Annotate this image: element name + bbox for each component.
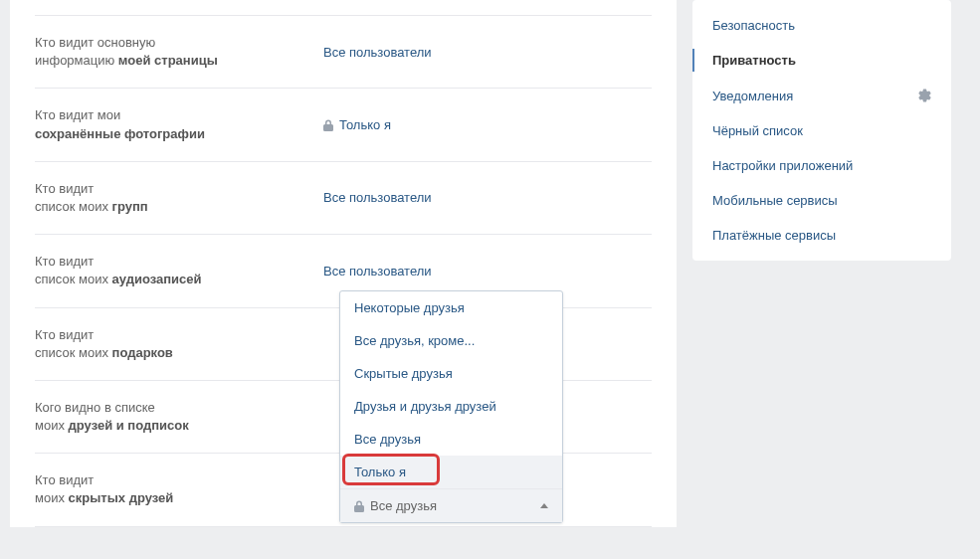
lock-icon xyxy=(354,500,364,512)
panel-top-spacer xyxy=(35,0,652,16)
dropdown-current-value[interactable]: Все друзья xyxy=(340,488,562,522)
setting-label: Кто видит основную информацию моей стран… xyxy=(35,34,323,70)
sidebar-item-blacklist[interactable]: Чёрный список xyxy=(692,113,951,148)
setting-row-page-info: Кто видит основную информацию моей стран… xyxy=(35,16,652,89)
dropdown-option-hidden-friends[interactable]: Скрытые друзья xyxy=(340,357,562,390)
sidebar-item-mobile-services[interactable]: Мобильные сервисы xyxy=(692,183,951,218)
sidebar-item-privacy[interactable]: Приватность xyxy=(692,43,951,78)
chevron-up-icon xyxy=(540,503,548,508)
setting-row-saved-photos: Кто видит мои сохранённые фотографии Тол… xyxy=(35,89,652,161)
setting-value-groups[interactable]: Все пользователи xyxy=(323,190,432,205)
setting-value-saved-photos[interactable]: Только я xyxy=(323,117,391,132)
dropdown-option-some-friends[interactable]: Некоторые друзья xyxy=(340,291,562,324)
setting-label: Кто видит список моих групп xyxy=(35,180,323,216)
dropdown-option-all-friends[interactable]: Все друзья xyxy=(340,423,562,456)
setting-label: Кто видит список моих аудиозаписей xyxy=(35,253,323,288)
sidebar-item-security[interactable]: Безопасность xyxy=(692,8,951,43)
privacy-settings-panel: Кто видит основную информацию моей стран… xyxy=(10,0,677,527)
privacy-dropdown[interactable]: Некоторые друзья Все друзья, кроме... Ск… xyxy=(339,290,563,523)
gear-icon xyxy=(915,88,931,103)
setting-value-page-info[interactable]: Все пользователи xyxy=(323,45,432,60)
setting-label: Кто видит мои сохранённые фотографии xyxy=(35,106,323,142)
setting-row-groups: Кто видит список моих групп Все пользова… xyxy=(35,162,652,235)
setting-label: Кто видит моих скрытых друзей xyxy=(35,471,323,507)
setting-label: Кто видит список моих подарков xyxy=(35,326,323,362)
dropdown-option-friends-of-friends[interactable]: Друзья и друзья друзей xyxy=(340,390,562,423)
sidebar-item-app-settings[interactable]: Настройки приложений xyxy=(692,148,951,183)
setting-label: Кого видно в списке моих друзей и подпис… xyxy=(35,399,323,435)
settings-sidebar: Безопасность Приватность Уведомления Чёр… xyxy=(692,0,951,261)
sidebar-item-payment-services[interactable]: Платёжные сервисы xyxy=(692,218,951,253)
dropdown-option-only-me[interactable]: Только я xyxy=(340,456,562,488)
setting-value-audio[interactable]: Все пользователи xyxy=(323,264,432,279)
lock-icon xyxy=(323,119,333,131)
sidebar-item-notifications[interactable]: Уведомления xyxy=(692,78,951,113)
dropdown-option-all-friends-except[interactable]: Все друзья, кроме... xyxy=(340,324,562,357)
